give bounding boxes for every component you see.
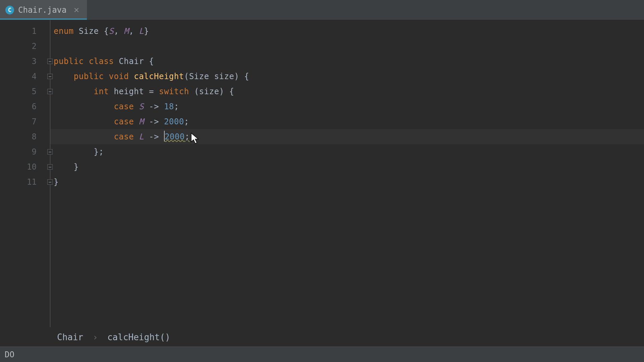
file-tab-label: Chair.java <box>18 5 67 15</box>
gutter-line: 8 <box>0 129 50 144</box>
chevron-right-icon: › <box>93 332 98 342</box>
editor: 1 2 3 4 5 6 7 8 9 10 11 enum Size {S, M,… <box>0 20 644 347</box>
code-line[interactable]: int height = switch (size) { <box>50 84 644 99</box>
editor-viewport[interactable]: 1 2 3 4 5 6 7 8 9 10 11 enum Size {S, M,… <box>0 20 644 327</box>
code-line[interactable]: enum Size {S, M, L} <box>50 23 644 39</box>
code-area[interactable]: enum Size {S, M, L} public class Chair {… <box>50 20 644 327</box>
gutter-line: 6 <box>0 99 50 114</box>
bottom-toolbar: DO <box>0 347 644 362</box>
duplicate-branch-warning: 2000 <box>165 132 185 141</box>
code-line[interactable]: case M -> 2000; <box>50 114 644 129</box>
gutter-line: 2 <box>0 39 50 54</box>
line-gutter: 1 2 3 4 5 6 7 8 9 10 11 <box>0 20 50 327</box>
close-icon[interactable] <box>73 7 79 13</box>
class-file-icon: C <box>5 6 14 14</box>
gutter-line: 10 <box>0 159 50 174</box>
todo-tool-button[interactable]: DO <box>1 349 18 361</box>
code-line[interactable]: case S -> 18; <box>50 99 644 114</box>
code-line[interactable]: } <box>50 174 644 189</box>
gutter-line: 11 <box>0 174 50 189</box>
code-line[interactable] <box>50 39 644 54</box>
breadcrumb: Chair › calcHeight() <box>0 327 644 347</box>
code-line[interactable]: } <box>50 159 644 174</box>
gutter-line: 1 <box>0 23 50 39</box>
gutter-line: 4 <box>0 69 50 84</box>
code-line[interactable]: public class Chair { <box>50 54 644 69</box>
code-line[interactable]: public void calcHeight(Size size) { <box>50 69 644 84</box>
code-line[interactable]: }; <box>50 144 644 159</box>
gutter-line: 9 <box>0 144 50 159</box>
gutter-line: 5 <box>0 84 50 99</box>
breadcrumb-item[interactable]: calcHeight() <box>107 332 170 342</box>
gutter-line: 3 <box>0 54 50 69</box>
tab-bar: C Chair.java <box>0 0 644 20</box>
code-line-current[interactable]: case L -> 2000; <box>50 129 644 144</box>
gutter-line: 7 <box>0 114 50 129</box>
file-tab[interactable]: C Chair.java <box>0 0 87 20</box>
breadcrumb-item[interactable]: Chair <box>57 332 83 342</box>
